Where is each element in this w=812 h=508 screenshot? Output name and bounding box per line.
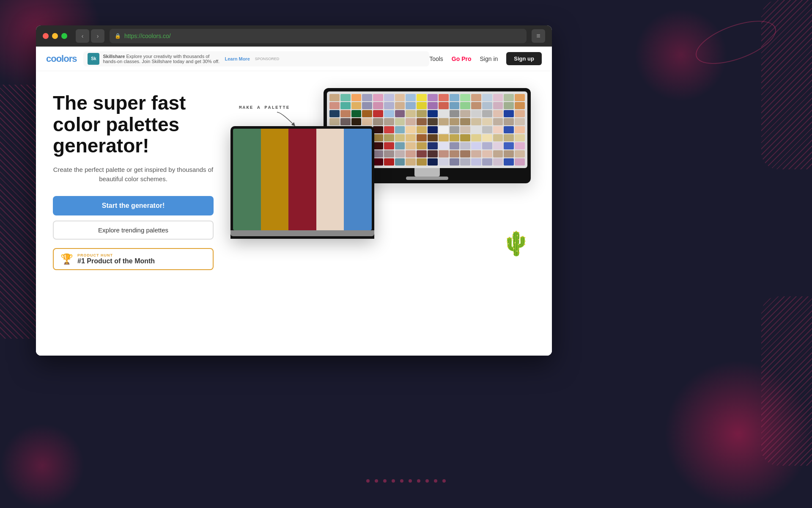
- forward-button[interactable]: ›: [91, 29, 104, 43]
- color-cell: [428, 110, 438, 117]
- color-cell: [450, 94, 460, 101]
- color-cell: [395, 110, 405, 117]
- tools-link[interactable]: Tools: [429, 55, 443, 62]
- color-cell: [406, 126, 416, 133]
- color-cell: [482, 102, 492, 109]
- color-cell: [460, 102, 470, 109]
- laptop-bottom: [230, 230, 374, 236]
- color-cell: [417, 150, 427, 157]
- color-cell: [384, 126, 394, 133]
- color-cell: [471, 142, 481, 149]
- color-cell: [406, 94, 416, 101]
- color-cell: [493, 142, 503, 149]
- color-cell: [340, 94, 351, 101]
- color-cell: [417, 142, 427, 149]
- start-generator-button[interactable]: Start the generator!: [53, 196, 214, 215]
- color-cell: [329, 102, 340, 109]
- color-cell: [439, 134, 449, 141]
- hero-subtitle: Create the perfect palette or get inspir…: [53, 165, 214, 184]
- palette-stripe: [233, 129, 261, 230]
- color-cell: [460, 142, 470, 149]
- ph-title: #1 Product of the Month: [77, 257, 155, 265]
- color-cell: [504, 158, 514, 166]
- explore-palettes-button[interactable]: Explore trending palettes: [53, 221, 214, 240]
- color-cell: [340, 118, 351, 125]
- product-hunt-badge[interactable]: 🏆 PRODUCT HUNT #1 Product of the Month: [53, 248, 214, 270]
- color-cell: [417, 126, 427, 133]
- back-button[interactable]: ‹: [76, 29, 89, 43]
- color-cell: [428, 158, 438, 166]
- minimize-dot[interactable]: [52, 33, 58, 39]
- color-cell: [351, 94, 362, 101]
- color-cell: [493, 118, 503, 125]
- color-cell: [471, 126, 481, 133]
- go-pro-link[interactable]: Go Pro: [452, 55, 472, 62]
- browser-dots: [43, 33, 67, 39]
- color-cell: [428, 118, 438, 125]
- color-cell: [515, 134, 525, 141]
- color-cell: [450, 110, 460, 117]
- color-cell: [340, 110, 351, 117]
- close-dot[interactable]: [43, 33, 49, 39]
- color-cell: [362, 118, 372, 125]
- color-cell: [362, 94, 372, 101]
- color-cell: [439, 110, 449, 117]
- color-cell: [395, 134, 405, 141]
- color-cell: [417, 110, 427, 117]
- color-cell: [351, 118, 362, 125]
- site-nav: coolors Sk Skillshare Explore your creat…: [36, 47, 552, 71]
- forward-icon: ›: [97, 33, 99, 39]
- color-cell: [471, 134, 481, 141]
- color-cell: [471, 118, 481, 125]
- color-cell: [384, 118, 394, 125]
- color-cell: [406, 134, 416, 141]
- color-cell: [504, 110, 514, 117]
- palette-stripe: [261, 129, 289, 230]
- color-cell: [373, 118, 383, 125]
- color-cell: [384, 94, 394, 101]
- color-cell: [417, 102, 427, 109]
- browser-nav: ‹ ›: [76, 29, 104, 43]
- color-cell: [395, 126, 405, 133]
- color-cell: [460, 94, 470, 101]
- browser-menu-button[interactable]: ≡: [532, 29, 545, 43]
- ad-learn-more-link[interactable]: Learn More: [225, 56, 250, 61]
- back-icon: ‹: [82, 33, 84, 39]
- color-cell: [439, 118, 449, 125]
- color-cell: [460, 110, 470, 117]
- color-cell: [439, 94, 449, 101]
- color-cell: [515, 110, 525, 117]
- color-cell: [515, 158, 525, 166]
- color-cell: [384, 134, 394, 141]
- color-cell: [450, 134, 460, 141]
- color-cell: [439, 102, 449, 109]
- color-cell: [482, 118, 492, 125]
- color-cell: [515, 118, 525, 125]
- color-cell: [373, 134, 383, 141]
- laptop-screen: [233, 129, 372, 230]
- color-cell: [504, 134, 514, 141]
- menu-icon: ≡: [536, 32, 540, 40]
- color-cell: [428, 142, 438, 149]
- sign-in-link[interactable]: Sign in: [480, 55, 498, 62]
- color-cell: [362, 102, 372, 109]
- color-cell: [504, 118, 514, 125]
- color-cell: [384, 110, 394, 117]
- color-cell: [373, 110, 383, 117]
- color-cell: [482, 126, 492, 133]
- make-palette-label: MAKE A PALETTE: [239, 105, 290, 110]
- url-text: https://coolors.co/: [124, 33, 171, 39]
- maximize-dot[interactable]: [61, 33, 67, 39]
- site-logo[interactable]: coolors: [46, 53, 77, 64]
- color-cell: [406, 150, 416, 157]
- sign-up-button[interactable]: Sign up: [506, 52, 542, 65]
- color-cell: [373, 102, 383, 109]
- color-cell: [482, 142, 492, 149]
- color-cell: [450, 150, 460, 157]
- color-cell: [428, 150, 438, 157]
- lock-icon: 🔒: [115, 33, 121, 39]
- skillshare-icon: Sk: [88, 53, 99, 65]
- laptop-mockup: [230, 126, 374, 239]
- url-bar[interactable]: 🔒 https://coolors.co/: [110, 29, 527, 43]
- color-cell: [340, 102, 351, 109]
